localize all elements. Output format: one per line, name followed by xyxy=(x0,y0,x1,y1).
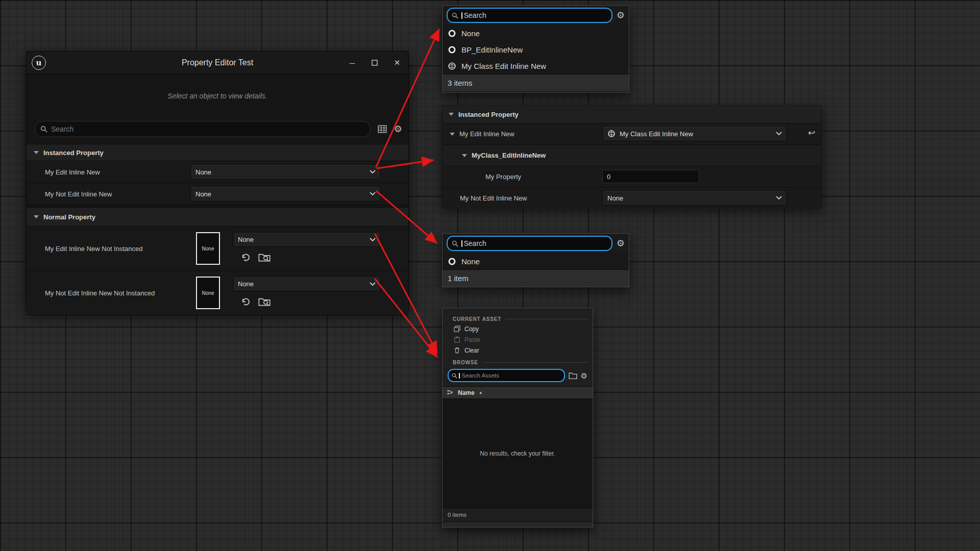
category-instanced-property[interactable]: Instanced Property xyxy=(27,144,408,161)
chevron-down-icon xyxy=(370,192,376,196)
background-grid: u Property Editor Test ─ ✕ Select an obj… xyxy=(0,0,980,551)
class-picker-footer: 3 items xyxy=(443,74,629,91)
details-view-icon[interactable] xyxy=(378,124,387,134)
none-radio-icon xyxy=(448,257,456,266)
details-panel: Instanced Property My Edit Inline New My… xyxy=(442,105,822,207)
details-subobject-header[interactable]: MyClass_EditInlineNew xyxy=(443,145,821,166)
asset-list-empty-area: No results, check your filter. xyxy=(443,399,593,508)
maximize-icon xyxy=(372,60,378,66)
combo-value: My Class Edit Inline New xyxy=(620,130,693,138)
chevron-down-icon xyxy=(370,170,376,174)
class-picker-item-my-class[interactable]: My Class Edit Inline New xyxy=(443,58,629,74)
asset-view-settings-gear-icon[interactable]: ⚙ xyxy=(581,372,587,380)
property-editor-window: u Property Editor Test ─ ✕ Select an obj… xyxy=(26,51,409,311)
menu-item-label: Copy xyxy=(464,325,479,333)
close-button[interactable]: ✕ xyxy=(386,52,408,74)
thumbnail-label: None xyxy=(202,290,214,296)
class-combo-none[interactable]: None xyxy=(602,190,787,206)
asset-combo-edit-inline-not-instanced[interactable]: None xyxy=(233,232,381,247)
use-selected-asset-icon[interactable] xyxy=(240,296,251,307)
paste-menu-item[interactable]: Paste xyxy=(443,334,593,345)
menu-item-label: Paste xyxy=(464,336,480,343)
minimize-button[interactable]: ─ xyxy=(341,52,363,74)
reset-to-default-icon[interactable]: ↩ xyxy=(808,128,815,138)
class-picker-item-bp-editinlinenew[interactable]: BP_EditInlineNew xyxy=(443,41,629,58)
name-column-header[interactable]: Name xyxy=(458,389,475,396)
footer-count: 1 item xyxy=(448,274,469,283)
paste-icon xyxy=(454,336,460,343)
maximize-button[interactable] xyxy=(363,52,386,74)
class-sphere-icon xyxy=(448,62,456,70)
section-label-text: BROWSE xyxy=(453,360,478,365)
details-row-my-edit-inline-new: My Edit Inline New My Class Edit Inline … xyxy=(443,123,821,145)
category-normal-property[interactable]: Normal Property xyxy=(27,207,408,227)
view-settings-gear-icon[interactable]: ⚙ xyxy=(394,124,402,134)
combo-value: None xyxy=(195,168,211,176)
class-picker-settings-gear-icon[interactable]: ⚙ xyxy=(617,11,625,20)
none-picker-search-input[interactable]: Search xyxy=(447,236,612,251)
section-label-text: CURRENT ASSET xyxy=(453,316,501,322)
asset-thumbnail[interactable]: None xyxy=(196,232,220,265)
search-icon xyxy=(452,373,457,379)
class-combo-my-not-edit-inline-new[interactable]: None xyxy=(190,186,381,202)
item-label: None xyxy=(461,29,480,38)
folder-icon[interactable] xyxy=(569,372,577,379)
property-label: My Not Edit Inline New xyxy=(45,183,112,205)
copy-menu-item[interactable]: Copy xyxy=(443,323,593,334)
item-label: BP_EditInlineNew xyxy=(461,45,523,54)
clear-menu-item[interactable]: Clear xyxy=(443,345,593,356)
none-picker-footer: 1 item xyxy=(443,269,629,287)
empty-results-text: No results, check your filter. xyxy=(480,450,555,457)
chevron-down-icon xyxy=(776,132,782,136)
search-input[interactable]: Search xyxy=(35,121,371,137)
none-picker-settings-gear-icon[interactable]: ⚙ xyxy=(617,239,625,248)
subobject-label: MyClass_EditInlineNew xyxy=(472,152,546,159)
list-view-icon[interactable] xyxy=(447,389,454,396)
copy-icon xyxy=(454,325,460,332)
search-icon xyxy=(452,12,458,19)
property-row-tall: My Edit Inline New Not Instanced None No… xyxy=(27,227,408,271)
class-combo-selected[interactable]: My Class Edit Inline New xyxy=(602,126,787,141)
my-property-value-input[interactable]: 0 xyxy=(602,170,699,183)
none-radio-icon xyxy=(448,29,456,38)
asset-picker-footer: 0 items xyxy=(443,508,593,521)
asset-picker-popup: CURRENT ASSET Copy Paste Clear BROWSE Se… xyxy=(442,308,593,528)
details-hint: Select an object to view details. xyxy=(27,74,408,117)
property-label: My Edit Inline New xyxy=(45,161,100,183)
text-caret xyxy=(461,240,462,247)
text-caret xyxy=(459,373,460,379)
details-category-header[interactable]: Instanced Property xyxy=(443,106,821,123)
title-bar[interactable]: u Property Editor Test ─ ✕ xyxy=(27,52,408,74)
resize-grip[interactable] xyxy=(443,521,593,527)
class-combo-my-edit-inline-new[interactable]: None xyxy=(190,164,381,180)
menu-item-label: Clear xyxy=(464,347,479,354)
use-selected-asset-icon[interactable] xyxy=(240,252,251,263)
property-label: My Edit Inline New xyxy=(459,130,514,138)
asset-combo-not-edit-inline-not-instanced[interactable]: None xyxy=(233,277,381,291)
current-asset-section-label: CURRENT ASSET xyxy=(443,314,593,323)
class-picker-item-none[interactable]: None xyxy=(443,25,629,41)
search-icon xyxy=(452,240,458,247)
class-picker-search-input[interactable]: Search xyxy=(447,8,612,23)
chevron-down-icon xyxy=(370,282,376,286)
chevron-down-icon xyxy=(370,238,376,242)
browse-to-asset-icon[interactable] xyxy=(258,297,271,307)
search-icon xyxy=(40,126,47,133)
asset-search-input[interactable]: Search Assets xyxy=(448,369,565,382)
expander-triangle-icon xyxy=(34,151,39,154)
property-row-tall: My Not Edit Inline New Not Instanced Non… xyxy=(27,271,408,315)
property-label: My Not Edit Inline New Not Instanced xyxy=(45,271,155,315)
property-row: My Not Edit Inline New None xyxy=(27,183,408,205)
trash-icon xyxy=(454,347,460,354)
combo-value: None xyxy=(607,194,623,202)
none-picker-item-none[interactable]: None xyxy=(443,253,629,269)
sort-ascending-icon[interactable]: ▲ xyxy=(479,390,483,395)
category-label: Instanced Property xyxy=(43,149,104,157)
browse-section-label: BROWSE xyxy=(443,358,593,367)
property-row: My Edit Inline New None xyxy=(27,161,408,183)
browse-to-asset-icon[interactable] xyxy=(258,253,271,262)
class-sphere-icon xyxy=(607,130,616,138)
expander-triangle-icon xyxy=(34,215,39,218)
asset-list-header: Name ▲ xyxy=(443,386,593,399)
asset-thumbnail[interactable]: None xyxy=(196,277,220,309)
